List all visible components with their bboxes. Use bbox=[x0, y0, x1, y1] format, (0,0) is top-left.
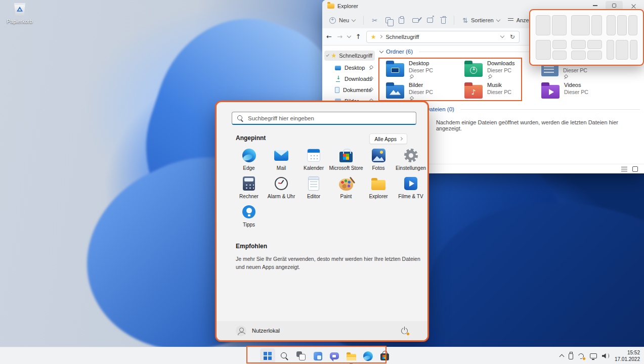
app-explorer[interactable]: Explorer bbox=[362, 175, 395, 203]
chat-button[interactable] bbox=[327, 348, 342, 363]
display-cast-icon[interactable] bbox=[590, 353, 597, 358]
app-store[interactable]: Microsoft Store bbox=[330, 147, 362, 175]
folder-tile-videos[interactable]: Videos Dieser PC bbox=[541, 80, 617, 103]
refresh-icon[interactable]: ↻ bbox=[510, 33, 515, 40]
pin-icon bbox=[368, 76, 373, 81]
sort-button[interactable]: ⇅ Sortieren bbox=[462, 17, 500, 24]
snap-layout-left-plus-stacked[interactable] bbox=[536, 40, 567, 60]
taskbar-explorer-button[interactable] bbox=[344, 348, 359, 363]
app-movies-tv[interactable]: Filme & TV bbox=[395, 175, 427, 203]
photos-icon bbox=[372, 149, 385, 162]
pin-icon bbox=[487, 75, 492, 79]
history-chevron-icon[interactable] bbox=[347, 34, 351, 38]
chevron-down-icon bbox=[379, 49, 383, 53]
app-notepad[interactable]: Editor bbox=[297, 175, 330, 203]
chevron-down-icon bbox=[352, 17, 356, 21]
app-calculator[interactable]: Rechner bbox=[233, 175, 265, 203]
breadcrumb-location[interactable]: Schnellzugriff bbox=[385, 34, 419, 40]
folder-tile-pictures[interactable]: Bilder Dieser PC bbox=[386, 80, 462, 103]
details-view-icon[interactable] bbox=[621, 167, 627, 171]
all-apps-button[interactable]: Alle Apps bbox=[369, 133, 407, 144]
app-photos[interactable]: Fotos bbox=[362, 147, 395, 175]
movies-play-icon bbox=[404, 177, 417, 190]
cut-button[interactable]: ✂ bbox=[372, 17, 377, 24]
back-button[interactable]: ← bbox=[326, 33, 332, 40]
app-mail[interactable]: Mail bbox=[265, 147, 297, 175]
share-button[interactable] bbox=[427, 18, 433, 23]
notepad-icon bbox=[308, 176, 319, 191]
app-edge[interactable]: Edge bbox=[233, 147, 265, 175]
sidebar-item-quick-access[interactable]: ★ Schnellzugriff bbox=[324, 51, 375, 61]
chevron-down-icon bbox=[326, 53, 329, 57]
folder-tile-music[interactable]: Musik Dieser PC bbox=[464, 80, 540, 103]
recycle-bin-label: Papierkorb bbox=[5, 18, 34, 24]
taskbar-edge-button[interactable] bbox=[360, 348, 375, 363]
paste-button[interactable] bbox=[399, 17, 404, 24]
recycle-bin-shortcut[interactable]: Papierkorb bbox=[5, 3, 34, 24]
app-alarm-clock[interactable]: Alarm & Uhr bbox=[265, 175, 297, 203]
widgets-button[interactable] bbox=[310, 348, 325, 363]
address-bar[interactable]: ★ Schnellzugriff ↻ bbox=[366, 31, 520, 43]
hidden-icons-chevron-icon[interactable] bbox=[559, 354, 564, 359]
speaker-icon[interactable] bbox=[602, 353, 610, 359]
snap-layout-quad-grid[interactable] bbox=[571, 40, 602, 60]
sidebar-item-documents[interactable]: Dokumente bbox=[322, 85, 377, 95]
thumbnail-view-icon[interactable] bbox=[632, 166, 638, 172]
files-empty-message: Nachdem einige Dateien geöffnet wurden, … bbox=[436, 119, 644, 131]
up-button[interactable]: ↑ bbox=[356, 33, 361, 40]
copy-button[interactable] bbox=[385, 17, 391, 23]
search-input[interactable] bbox=[248, 115, 411, 121]
snap-layout-two-columns[interactable] bbox=[536, 15, 567, 35]
sidebar-item-downloads[interactable]: Downloads bbox=[322, 74, 377, 84]
pictures-folder-icon bbox=[386, 85, 404, 99]
forward-button[interactable]: → bbox=[337, 33, 342, 40]
system-tray: 15:52 17.01.2022 bbox=[560, 347, 640, 364]
address-dropdown-icon[interactable] bbox=[500, 34, 504, 38]
search-icon bbox=[237, 115, 243, 121]
clock[interactable]: 15:52 17.01.2022 bbox=[615, 349, 640, 363]
paint-palette-icon bbox=[339, 178, 353, 191]
tray-time: 15:52 bbox=[615, 349, 640, 356]
window-titlebar[interactable]: Explorer bbox=[327, 2, 358, 10]
usb-device-icon[interactable] bbox=[569, 353, 573, 359]
window-title: Explorer bbox=[337, 3, 358, 9]
snap-layout-three-columns[interactable] bbox=[607, 15, 637, 35]
pinned-heading: Angepinnt bbox=[236, 134, 266, 142]
app-calendar[interactable]: Kalender bbox=[297, 147, 330, 175]
taskbar: 15:52 17.01.2022 bbox=[0, 347, 644, 364]
start-button[interactable] bbox=[260, 348, 275, 363]
user-avatar[interactable] bbox=[236, 326, 246, 336]
user-name[interactable]: Nutzerlokal bbox=[252, 328, 280, 334]
task-view-button[interactable] bbox=[293, 348, 309, 363]
files-section-header[interactable]: Dateien (0) bbox=[419, 106, 640, 112]
calendar-icon bbox=[307, 149, 320, 162]
widgets-icon bbox=[314, 352, 322, 360]
app-settings[interactable]: Einstellungen bbox=[395, 147, 427, 175]
delete-button[interactable] bbox=[441, 18, 446, 24]
app-tips[interactable]: Tipps bbox=[233, 203, 265, 232]
minimize-icon bbox=[593, 5, 597, 6]
desktop-icon bbox=[335, 66, 341, 70]
pinned-apps-grid: Edge Mail Kalender Microsoft Store Fotos… bbox=[233, 147, 427, 232]
update-badge bbox=[582, 357, 586, 360]
new-button[interactable]: Neu bbox=[329, 17, 355, 24]
folder-tile-desktop[interactable]: Desktop Dieser PC bbox=[386, 59, 462, 81]
power-button[interactable] bbox=[401, 327, 408, 335]
rename-button[interactable] bbox=[412, 18, 419, 23]
calculator-icon bbox=[243, 176, 255, 191]
search-icon bbox=[280, 352, 288, 360]
music-folder-icon bbox=[464, 85, 483, 99]
start-search-box[interactable] bbox=[232, 112, 416, 125]
taskbar-store-button[interactable] bbox=[377, 348, 392, 363]
pin-icon bbox=[563, 75, 568, 79]
videos-folder-icon bbox=[541, 85, 560, 99]
desktop: Papierkorb Explorer Neu ✂ bbox=[0, 0, 644, 364]
taskbar-search-button[interactable] bbox=[277, 348, 292, 363]
snap-layout-wide-left[interactable] bbox=[571, 15, 602, 35]
sidebar-item-desktop[interactable]: Desktop bbox=[322, 63, 377, 73]
recommended-heading: Empfohlen bbox=[236, 243, 267, 250]
update-sync-icon[interactable] bbox=[578, 353, 585, 359]
snap-layout-center-wide[interactable] bbox=[607, 40, 637, 60]
store-icon bbox=[339, 152, 353, 162]
app-paint[interactable]: Paint bbox=[330, 175, 362, 203]
